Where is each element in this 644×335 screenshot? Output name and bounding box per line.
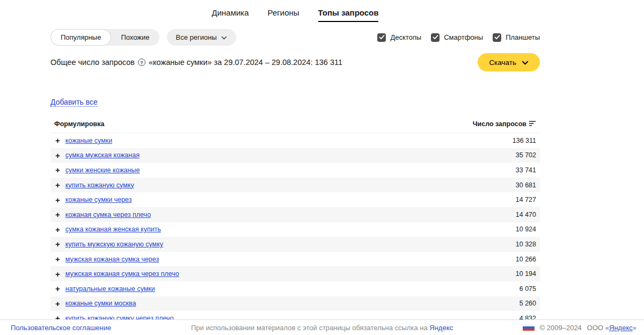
query-count: 14 470 [516, 211, 536, 219]
table-row: + купить кожаную сумку 30 681 [50, 178, 540, 193]
sort-descending-icon [529, 120, 536, 128]
filter-left-group: Популярные Похожие Все регионы [50, 29, 236, 46]
filter-bar: Популярные Похожие Все регионы Десктопы [50, 29, 540, 46]
table-row: + кожаные сумки 136 311 [50, 133, 540, 148]
table-row: + мужская кожаная сумка через 10 266 [50, 252, 540, 267]
phrase-link[interactable]: натуральные кожаные сумки [65, 285, 155, 293]
device-checkboxes: Десктопы Смартфоны Планшеты [377, 33, 540, 42]
checkbox-smartphones[interactable]: Смартфоны [431, 33, 483, 42]
phrase-link[interactable]: сумка мужская кожаная [65, 151, 140, 159]
tab-top-queries[interactable]: Топы запросов [318, 8, 379, 22]
footer: Пользовательское соглашение При использо… [0, 319, 644, 335]
add-phrase-icon[interactable]: + [55, 181, 60, 189]
phrase-link[interactable]: кожаные сумки [65, 137, 112, 144]
chevron-down-icon [522, 59, 529, 67]
regions-dropdown[interactable]: Все регионы [167, 29, 236, 46]
summary-text-after: «кожаные сумки» за 29.07.2024 – 29.08.20… [149, 58, 342, 67]
phrase-link[interactable]: сумка кожаная женская купить [65, 225, 161, 233]
checkbox-smartphones-label: Смартфоны [444, 33, 483, 41]
add-all-row: Добавить все [50, 97, 540, 107]
column-header-count-label: Число запросов [473, 120, 526, 128]
add-phrase-icon[interactable]: + [55, 285, 60, 293]
checked-checkbox-icon [493, 33, 501, 42]
query-count: 35 702 [516, 151, 536, 159]
chevron-down-icon [221, 33, 227, 41]
query-count: 10 266 [516, 256, 536, 263]
phrase-link[interactable]: мужская кожаная сумка через плечо [65, 270, 179, 278]
question-circle-icon[interactable]: ? [138, 59, 145, 66]
queries-table-body: + кожаные сумки 136 311 + сумка мужская … [50, 133, 540, 326]
table-row: + кожаные сумки через 14 727 [50, 192, 540, 207]
user-agreement-link[interactable]: Пользовательское соглашение [11, 324, 111, 332]
footer-yandex-link[interactable]: Яндекс [429, 324, 453, 332]
checkbox-tablets[interactable]: Планшеты [493, 33, 540, 42]
add-phrase-icon[interactable]: + [55, 270, 60, 278]
mode-popular-button[interactable]: Популярные [50, 29, 111, 46]
query-count: 10 328 [516, 241, 536, 248]
add-phrase-icon[interactable]: + [55, 225, 60, 234]
tab-regions[interactable]: Регионы [268, 8, 299, 22]
table-row: + сумки женские кожаные 33 741 [50, 163, 540, 178]
download-button-label: Скачать [489, 59, 516, 67]
phrase-link[interactable]: кожаная сумка через плечо [65, 211, 151, 219]
add-phrase-icon[interactable]: + [55, 136, 60, 144]
table-row: + мужская кожаная сумка через плечо 10 1… [50, 266, 540, 281]
mode-similar-button[interactable]: Похожие [111, 29, 159, 46]
company-name: ООО «Яндекс» [587, 324, 636, 332]
checkbox-desktops[interactable]: Десктопы [377, 33, 421, 42]
query-count: 5 260 [519, 300, 536, 307]
add-phrase-icon[interactable]: + [55, 255, 60, 263]
add-phrase-icon[interactable]: + [55, 166, 60, 174]
table-row: + сумка кожаная женская купить 10 924 [50, 222, 540, 237]
summary-text-before: Общее число запросов [50, 58, 135, 67]
phrase-link[interactable]: кожаные сумки через [65, 196, 132, 203]
checked-checkbox-icon [377, 33, 386, 42]
add-phrase-icon[interactable]: + [55, 151, 60, 159]
tab-dynamics[interactable]: Динамика [212, 8, 249, 22]
phrase-link[interactable]: купить мужскую кожаную сумку [65, 241, 163, 248]
table-header: Формулировка Число запросов [50, 120, 540, 133]
phrase-link[interactable]: купить кожаную сумку [65, 181, 134, 189]
add-all-link[interactable]: Добавить все [50, 98, 98, 107]
top-navigation: Динамика Регионы Топы запросов [50, 0, 540, 22]
query-count: 30 681 [516, 181, 536, 189]
query-count: 14 727 [516, 196, 536, 203]
column-header-phrase: Формулировка [54, 120, 104, 128]
summary-row: Общее число запросов ? «кожаные сумки» з… [50, 53, 540, 71]
checked-checkbox-icon [431, 33, 440, 42]
russia-flag-icon [523, 324, 535, 331]
add-phrase-icon[interactable]: + [55, 210, 60, 219]
table-row: + кожаные сумки москва 5 260 [50, 296, 540, 311]
mode-segmented-control: Популярные Похожие [50, 29, 159, 46]
table-row: + купить мужскую кожаную сумку 10 328 [50, 237, 540, 252]
wordstat-tops-page: Динамика Регионы Топы запросов Популярны… [0, 0, 644, 335]
phrase-link[interactable]: сумки женские кожаные [65, 166, 140, 174]
company-yandex-link[interactable]: Яндекс [609, 324, 633, 332]
add-phrase-icon[interactable]: + [55, 300, 60, 308]
phrase-link[interactable]: кожаные сумки москва [65, 300, 136, 307]
footer-notice-text: При использовании материалов с этой стра… [191, 324, 428, 332]
query-count: 6 075 [519, 285, 536, 293]
table-row: + кожаная сумка через плечо 14 470 [50, 207, 540, 222]
total-queries-summary: Общее число запросов ? «кожаные сумки» з… [50, 58, 342, 67]
footer-copyright: © 2009–2024 ООО «Яндекс» [523, 324, 636, 332]
copyright-years: © 2009–2024 [540, 324, 582, 332]
phrase-link[interactable]: мужская кожаная сумка через [65, 256, 159, 263]
query-count: 10 194 [516, 270, 536, 278]
add-phrase-icon[interactable]: + [55, 196, 60, 204]
table-row: + натуральные кожаные сумки 6 075 [50, 281, 540, 296]
checkbox-desktops-label: Десктопы [390, 33, 421, 41]
table-row: + сумка мужская кожаная 35 702 [50, 148, 540, 163]
add-phrase-icon[interactable]: + [55, 240, 60, 248]
regions-dropdown-label: Все регионы [176, 33, 217, 41]
query-count: 136 311 [513, 137, 536, 144]
column-header-count[interactable]: Число запросов [473, 120, 536, 128]
download-button[interactable]: Скачать [478, 53, 540, 71]
checkbox-tablets-label: Планшеты [506, 33, 540, 41]
query-count: 33 741 [516, 166, 536, 174]
footer-agreement: Пользовательское соглашение [11, 324, 111, 332]
query-count: 10 924 [516, 225, 536, 233]
